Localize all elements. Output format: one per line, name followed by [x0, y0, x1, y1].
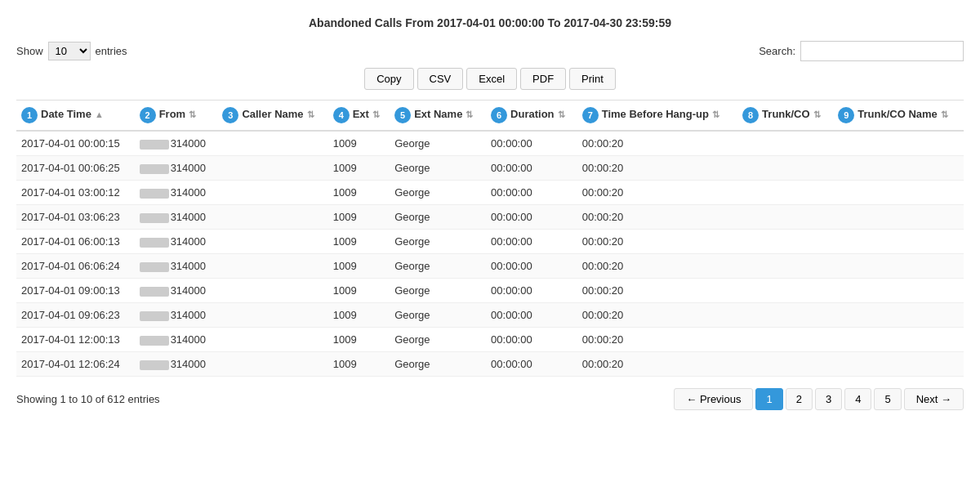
col-num-6: 6 — [491, 107, 507, 123]
col-header-caller-name[interactable]: 3Caller Name⇅ — [217, 101, 327, 132]
cell-duration: 00:00:00 — [486, 131, 577, 156]
cell-caller-name — [217, 131, 327, 156]
cell-from: 314000 — [135, 352, 218, 377]
cell-duration: 00:00:00 — [486, 205, 577, 230]
prev-button[interactable]: ← Previous — [674, 388, 753, 410]
cell-from: 314000 — [135, 205, 218, 230]
entries-label: entries — [96, 45, 127, 57]
page-button-2[interactable]: 2 — [786, 388, 813, 410]
cell-datetime: 2017-04-01 06:00:13 — [16, 230, 135, 254]
cell-datetime: 2017-04-01 00:06:25 — [16, 156, 135, 181]
copy-button[interactable]: Copy — [364, 68, 413, 90]
cell-ext-name: George — [390, 205, 486, 230]
cell-from: 314000 — [135, 156, 218, 181]
cell-caller-name — [217, 328, 327, 352]
cell-from: 314000 — [135, 230, 218, 254]
excel-button[interactable]: Excel — [466, 68, 517, 90]
cell-from: 314000 — [135, 303, 218, 328]
col-header-trunk-co[interactable]: 8Trunk/CO⇅ — [737, 101, 833, 132]
col-header-trunk-co-name[interactable]: 9Trunk/CO Name⇅ — [833, 101, 964, 132]
cell-caller-name — [217, 279, 327, 303]
print-button[interactable]: Print — [569, 68, 616, 90]
cell-datetime: 2017-04-01 00:00:15 — [16, 131, 135, 156]
redacted-block — [140, 336, 169, 346]
search-input[interactable] — [800, 41, 964, 61]
cell-caller-name — [217, 156, 327, 181]
cell-trunk-co-name — [833, 230, 964, 254]
cell-caller-name — [217, 254, 327, 279]
cell-from: 314000 — [135, 279, 218, 303]
cell-time-before-hangup: 00:00:20 — [577, 279, 737, 303]
sort-icon: ⇅ — [813, 109, 821, 119]
cell-trunk-co — [737, 303, 833, 328]
sort-icon: ⇅ — [712, 109, 719, 119]
col-num-5: 5 — [394, 107, 411, 123]
col-label: From — [159, 108, 186, 120]
table-row: 2017-04-01 12:06:243140001009George00:00… — [16, 352, 964, 377]
cell-datetime: 2017-04-01 12:06:24 — [16, 352, 135, 377]
page-button-5[interactable]: 5 — [874, 388, 901, 410]
cell-ext: 1009 — [328, 156, 390, 181]
page-button-1[interactable]: 1 — [755, 388, 782, 410]
page-button-4[interactable]: 4 — [844, 388, 871, 410]
cell-ext: 1009 — [328, 328, 390, 352]
cell-trunk-co-name — [833, 279, 964, 303]
col-label: Date Time — [41, 108, 91, 120]
table-row: 2017-04-01 12:00:133140001009George00:00… — [16, 328, 964, 352]
table-header-row: 1Date Time▲2From⇅3Caller Name⇅4Ext⇅5Ext … — [16, 101, 964, 132]
cell-trunk-co — [737, 205, 833, 230]
sort-icon: ⇅ — [307, 109, 314, 119]
col-header-ext-name[interactable]: 5Ext Name⇅ — [390, 101, 486, 132]
col-header-from[interactable]: 2From⇅ — [135, 101, 218, 132]
col-header-date-time[interactable]: 1Date Time▲ — [16, 101, 135, 132]
cell-time-before-hangup: 00:00:20 — [577, 181, 737, 205]
csv-button[interactable]: CSV — [417, 68, 464, 90]
next-button[interactable]: Next → — [904, 388, 964, 410]
col-label: Time Before Hang-up — [602, 108, 709, 120]
cell-duration: 00:00:00 — [486, 303, 577, 328]
col-num-4: 4 — [333, 107, 350, 123]
redacted-block — [140, 189, 169, 199]
cell-trunk-co-name — [833, 254, 964, 279]
table-row: 2017-04-01 06:06:243140001009George00:00… — [16, 254, 964, 279]
cell-caller-name — [217, 181, 327, 205]
cell-from: 314000 — [135, 131, 218, 156]
cell-trunk-co — [737, 279, 833, 303]
cell-time-before-hangup: 00:00:20 — [577, 205, 737, 230]
col-header-ext[interactable]: 4Ext⇅ — [328, 101, 390, 132]
col-num-2: 2 — [140, 107, 156, 123]
cell-trunk-co-name — [833, 156, 964, 181]
cell-time-before-hangup: 00:00:20 — [577, 254, 737, 279]
col-label: Caller Name — [242, 108, 303, 120]
cell-trunk-co — [737, 181, 833, 205]
redacted-block — [140, 287, 169, 297]
cell-time-before-hangup: 00:00:20 — [577, 303, 737, 328]
col-header-time-before-hang-up[interactable]: 7Time Before Hang-up⇅ — [577, 101, 737, 132]
col-label: Ext — [353, 108, 369, 120]
cell-ext-name: George — [390, 131, 486, 156]
pagination-container: ← Previous12345Next → — [674, 388, 964, 410]
sort-icon: ⇅ — [558, 109, 565, 119]
cell-datetime: 2017-04-01 06:06:24 — [16, 254, 135, 279]
col-header-duration[interactable]: 6Duration⇅ — [486, 101, 577, 132]
show-label: Show — [16, 45, 43, 57]
cell-caller-name — [217, 230, 327, 254]
page-button-3[interactable]: 3 — [815, 388, 842, 410]
cell-datetime: 2017-04-01 09:06:23 — [16, 303, 135, 328]
cell-ext: 1009 — [328, 254, 390, 279]
col-num-1: 1 — [21, 107, 38, 123]
sort-icon: ▲ — [95, 109, 104, 119]
cell-ext-name: George — [390, 181, 486, 205]
pdf-button[interactable]: PDF — [520, 68, 566, 90]
cell-time-before-hangup: 00:00:20 — [577, 352, 737, 377]
cell-caller-name — [217, 303, 327, 328]
sort-icon: ⇅ — [372, 109, 380, 119]
cell-trunk-co-name — [833, 205, 964, 230]
show-entries-select[interactable]: 102550100 — [48, 42, 91, 60]
cell-time-before-hangup: 00:00:20 — [577, 230, 737, 254]
cell-ext-name: George — [390, 279, 486, 303]
table-row: 2017-04-01 03:00:123140001009George00:00… — [16, 181, 964, 205]
page-title: Abandoned Calls From 2017-04-01 00:00:00… — [16, 16, 964, 29]
cell-trunk-co-name — [833, 131, 964, 156]
col-label: Ext Name — [414, 108, 462, 120]
